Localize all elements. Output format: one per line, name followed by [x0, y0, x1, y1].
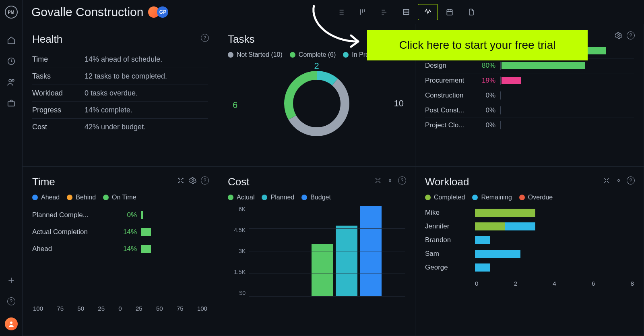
expand-icon[interactable]: [374, 176, 382, 185]
legend-label: Completed: [434, 194, 465, 201]
legend-item[interactable]: Ahead: [32, 194, 60, 201]
time-panel: Time ? Ahead Behind On Time Planned Comp…: [23, 167, 218, 336]
legend-label: Complete (6): [299, 51, 336, 58]
help-icon[interactable]: ?: [398, 176, 406, 185]
people-icon[interactable]: [6, 77, 16, 87]
workload-bar: [475, 250, 634, 258]
axis-tick: 75: [177, 305, 184, 312]
axis-tick: 4: [553, 280, 556, 287]
sheet-view-icon[interactable]: [396, 4, 416, 20]
app-logo[interactable]: PM: [5, 6, 18, 19]
list-view-icon[interactable]: [331, 4, 351, 20]
progress-label: Post Const...: [425, 106, 473, 114]
time-row: Actual Completion 14%: [32, 223, 208, 240]
briefcase-icon[interactable]: [6, 98, 16, 108]
help-icon[interactable]: ?: [201, 176, 209, 185]
legend-item[interactable]: Actual: [228, 194, 254, 201]
calendar-view-icon[interactable]: [440, 4, 460, 20]
legend-item[interactable]: Remaining: [472, 194, 512, 201]
legend-item[interactable]: Budget: [301, 194, 331, 201]
time-row-pct: 14%: [113, 245, 137, 253]
files-view-icon[interactable]: [461, 4, 481, 20]
legend-item[interactable]: Completed: [425, 194, 465, 201]
board-view-icon[interactable]: [353, 4, 373, 20]
legend-label: Not Started (10): [237, 51, 283, 58]
help-icon[interactable]: ?: [627, 31, 635, 39]
workload-name: Brandon: [425, 236, 475, 244]
legend-item[interactable]: Overdue: [519, 194, 553, 201]
legend-item[interactable]: Complete (6): [290, 51, 336, 58]
axis-tick: 50: [77, 305, 84, 312]
plus-icon[interactable]: [6, 276, 16, 285]
cost-chart: 6K4.5K3K1.5K$0: [228, 206, 405, 307]
progress-row: Post Const... 0%: [425, 103, 634, 118]
tasks-count-inprogress: 2: [314, 61, 319, 71]
gantt-view-icon[interactable]: [374, 4, 394, 20]
user-avatar[interactable]: [5, 317, 18, 330]
legend-dot-icon: [262, 195, 267, 200]
legend-item[interactable]: Behind: [67, 194, 96, 201]
cost-panel: Cost ? Actual Planned Budget 6K4.5K3K1.5…: [218, 167, 415, 336]
axis-tick: 25: [98, 305, 105, 312]
gear-icon[interactable]: [189, 176, 197, 185]
legend-dot-icon: [290, 52, 295, 58]
svg-rect-3: [8, 102, 14, 106]
time-row-label: Actual Completion: [32, 228, 113, 236]
clock-icon[interactable]: [6, 56, 16, 66]
health-row-label: Progress: [32, 106, 85, 114]
axis-tick: 0: [475, 280, 478, 287]
progress-row: Design 80%: [425, 58, 634, 73]
workload-name: George: [425, 263, 475, 272]
help-icon[interactable]: ?: [627, 176, 635, 185]
legend-label: Budget: [310, 194, 331, 201]
dashboard-view-icon[interactable]: [418, 4, 438, 20]
svg-point-11: [192, 180, 194, 182]
avatar-2[interactable]: GP: [157, 6, 168, 18]
progress-divider: [500, 106, 501, 114]
workload-bar: [475, 222, 634, 230]
legend-dot-icon: [425, 195, 431, 200]
gear-icon[interactable]: [386, 176, 394, 185]
cost-bar: [312, 244, 333, 296]
legend-dot-icon: [519, 195, 525, 200]
time-row-bar: [141, 211, 143, 219]
progress-pct: 0%: [473, 106, 495, 114]
axis-tick: 25: [136, 305, 142, 312]
dashboard-grid: Health ? Time 14% ahead of schedule. Tas…: [23, 24, 644, 336]
progress-row: Construction 0%: [425, 88, 634, 103]
cost-bar: [336, 226, 357, 296]
progress-label: Procurement: [425, 77, 473, 85]
progress-row: Procurement 19%: [425, 73, 634, 88]
workload-row: Mike: [425, 206, 634, 220]
expand-icon[interactable]: [603, 176, 611, 185]
free-trial-callout[interactable]: Click here to start your free trial: [367, 30, 588, 60]
workload-seg: [475, 209, 535, 217]
legend-label: On Time: [112, 194, 136, 201]
help-icon[interactable]: ?: [6, 297, 16, 306]
workload-name: Mike: [425, 209, 475, 217]
expand-icon[interactable]: [177, 176, 185, 185]
legend-label: Behind: [76, 194, 96, 201]
help-icon[interactable]: ?: [201, 34, 209, 42]
health-row-value: 12 tasks to be completed.: [85, 72, 167, 81]
member-avatars[interactable]: GP: [151, 6, 168, 18]
gear-icon[interactable]: [615, 176, 623, 185]
home-icon[interactable]: [6, 35, 16, 45]
legend-item[interactable]: Planned: [262, 194, 294, 201]
time-row-pct: 14%: [113, 228, 137, 236]
progress-label: Design: [425, 62, 473, 70]
legend-item[interactable]: Not Started (10): [228, 51, 283, 58]
progress-divider: [500, 121, 501, 129]
legend-label: Remaining: [481, 194, 512, 201]
legend-item[interactable]: On Time: [103, 194, 136, 201]
axis-tick: 6K: [228, 206, 246, 212]
axis-tick: 3K: [228, 248, 246, 254]
legend-dot-icon: [343, 52, 349, 58]
workload-seg: [475, 222, 505, 230]
gear-icon[interactable]: [615, 31, 623, 39]
workload-seg: [475, 236, 490, 244]
time-row-label: Ahead: [32, 245, 113, 253]
health-panel: Health ? Time 14% ahead of schedule. Tas…: [23, 24, 218, 167]
legend-dot-icon: [301, 195, 307, 200]
health-title: Health: [32, 33, 208, 46]
